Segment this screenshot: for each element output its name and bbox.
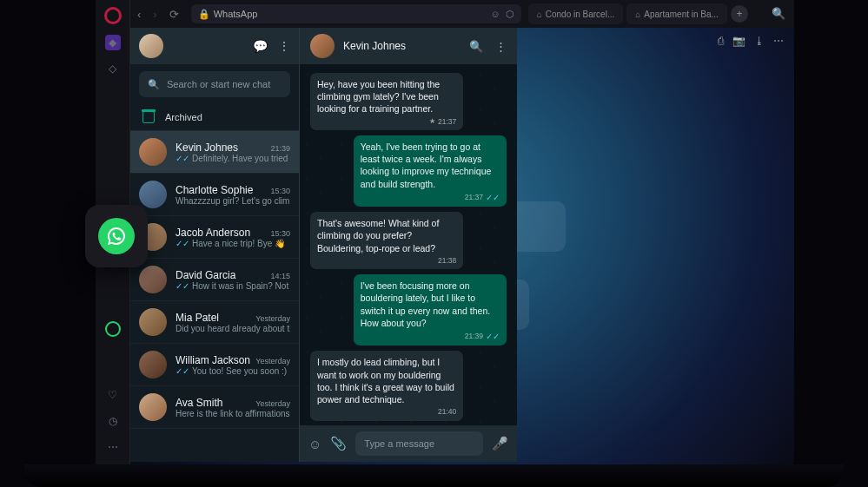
message-incoming: Hey, have you been hitting the climbing … — [310, 73, 463, 130]
more-icon[interactable]: ⋯ — [773, 35, 784, 47]
attach-icon[interactable]: 📎 — [330, 436, 347, 451]
address-title: WhatsApp — [214, 9, 258, 19]
message-text: I mostly do lead climbing, but I want to… — [317, 356, 456, 405]
chat-time: Yesterday — [255, 399, 290, 408]
chat-name: Jacob Anderson — [176, 227, 250, 239]
message-time: 21:37 — [465, 193, 483, 202]
archive-icon — [142, 111, 155, 123]
spotify-sidebar-icon[interactable] — [105, 321, 121, 337]
search-icon: 🔍 — [148, 79, 160, 90]
chat-list-item[interactable]: Mia Patel Yesterday Did you heard alread… — [130, 301, 299, 344]
browser-tab[interactable]: ⌂ Condo in Barcel... — [528, 3, 624, 24]
search-in-chat-icon[interactable]: 🔍 — [469, 40, 483, 53]
chat-time: Yesterday — [255, 357, 290, 365]
message-text: That's awesome! What kind of climbing do… — [317, 217, 456, 254]
chat-list-item[interactable]: Charlotte Sophie 15:30 Whazzzzup girl? L… — [130, 174, 299, 216]
chat-preview: Here is the link to affirmations: ... — [176, 409, 290, 418]
whatsapp-app-icon[interactable] — [85, 205, 148, 267]
chat-preview: ✓✓ Have a nice trip! Bye 👋 — [176, 239, 290, 248]
history-icon[interactable]: ◷ — [105, 413, 121, 429]
chat-preview: Did you heard already about this?... — [176, 324, 290, 333]
speed-dial-toolbar: ⎙ 📷 ⭳ ⋯ — [718, 35, 784, 47]
chat-time: 14:15 — [270, 272, 290, 280]
shield-icon[interactable]: ⬡ — [506, 9, 514, 20]
contact-avatar — [139, 393, 167, 421]
nav-back-icon[interactable]: ‹ — [137, 8, 146, 21]
archived-label: Archived — [165, 112, 202, 122]
contact-avatar[interactable] — [310, 34, 335, 58]
chat-list-item[interactable]: Kevin Johnes 21:39 ✓✓ Definitely. Have y… — [130, 131, 299, 174]
chat-contact-name: Kevin Johnes — [343, 40, 406, 52]
message-meta: 21:39 ✓✓ — [361, 331, 500, 343]
message-text: Hey, have you been hitting the climbing … — [317, 78, 456, 115]
chat-preview: ✓✓ Definitely. Have you tried any... — [176, 154, 290, 163]
read-ticks-icon: ✓✓ — [176, 239, 189, 248]
chat-list-item[interactable]: Ava Smith Yesterday Here is the link to … — [130, 386, 299, 429]
chat-list-item[interactable]: Jacob Anderson 15:30 ✓✓ Have a nice trip… — [130, 216, 299, 259]
home-tab-icon: ⌂ — [537, 10, 542, 19]
read-ticks-icon: ✓✓ — [486, 331, 500, 343]
whatsapp-search-input[interactable]: 🔍 Search or start new chat — [139, 71, 290, 97]
opera-logo-icon[interactable] — [104, 7, 122, 24]
camera-icon[interactable]: 📷 — [732, 35, 745, 47]
nav-fwd-icon[interactable]: › — [153, 8, 162, 21]
workspace-add-icon[interactable]: ◇ — [105, 61, 121, 76]
menu-dots-icon[interactable]: ⋮ — [278, 39, 290, 53]
whatsapp-sidebar-header: 💬 ⋮ — [130, 28, 299, 64]
tabs-area: ⌂ Condo in Barcel... ⌂ Apartament in Ba.… — [528, 3, 748, 24]
starred-icon: ★ — [429, 117, 435, 127]
input-placeholder: Type a message — [364, 438, 434, 449]
message-text: I've been focusing more on bouldering la… — [361, 280, 500, 329]
whatsapp-window: 💬 ⋮ 🔍 Search or start new chat Archived … — [130, 28, 517, 462]
browser-topbar: ‹ › ⟳ 🔒 WhatsApp ☺ ⬡ ⌂ Condo in Barcel..… — [130, 0, 794, 28]
chat-preview: Whazzzzup girl? Let's go climbing... — [176, 196, 290, 206]
chat-preview: ✓✓ You too! See you soon :) — [176, 366, 290, 376]
chat-time: 15:30 — [270, 229, 290, 238]
settings-ellipsis-icon[interactable]: ⋯ — [105, 439, 121, 455]
read-ticks-icon: ✓✓ — [176, 366, 189, 376]
chat-name: Kevin Johnes — [176, 141, 238, 154]
message-meta: ★ 21:37 — [317, 117, 456, 127]
message-incoming: That's awesome! What kind of climbing do… — [310, 212, 463, 269]
message-incoming: I mostly do lead climbing, but I want to… — [310, 351, 463, 420]
chat-time: 21:39 — [270, 144, 290, 153]
chat-name: David Garcia — [176, 269, 235, 281]
contact-avatar — [139, 308, 167, 336]
whatsapp-logo-icon — [98, 218, 135, 254]
contact-avatar — [139, 266, 167, 293]
contact-avatar — [139, 138, 167, 166]
browser-tab[interactable]: ⌂ Apartament in Ba... — [626, 3, 727, 24]
chat-list-item[interactable]: William Jackson Yesterday ✓✓ You too! Se… — [130, 344, 299, 386]
chat-preview: ✓✓ How it was in Spain? Not too... — [176, 281, 290, 291]
chat-list: Kevin Johnes 21:39 ✓✓ Definitely. Have y… — [130, 131, 299, 462]
mic-icon[interactable]: 🎤 — [492, 436, 508, 451]
tab-label: Apartament in Ba... — [644, 10, 719, 19]
tab-label: Condo in Barcel... — [546, 10, 615, 19]
message-time: 21:37 — [438, 117, 456, 127]
address-bar[interactable]: 🔒 WhatsApp ☺ ⬡ — [191, 4, 521, 23]
heart-icon[interactable]: ♡ — [105, 387, 121, 403]
archived-row[interactable]: Archived — [130, 104, 299, 131]
chat-time: 15:30 — [270, 187, 290, 195]
my-avatar[interactable] — [139, 34, 163, 58]
message-text: Yeah, I've been trying to go at least tw… — [361, 141, 500, 190]
message-time: 21:38 — [438, 256, 456, 266]
emoji-icon[interactable]: ☺ — [308, 437, 321, 451]
global-search-icon[interactable]: 🔍 — [772, 7, 785, 20]
smiley-icon[interactable]: ☺ — [490, 9, 500, 20]
download-icon[interactable]: ⭳ — [754, 35, 765, 47]
chat-list-item[interactable]: David Garcia 14:15 ✓✓ How it was in Spai… — [130, 259, 299, 301]
snapshot-icon[interactable]: ⎙ — [718, 35, 724, 47]
message-input[interactable]: Type a message — [355, 431, 483, 456]
chat-header: Kevin Johnes 🔍 ⋮ — [300, 28, 517, 64]
new-tab-button[interactable]: + — [731, 5, 748, 23]
messages-area: Hey, have you been hitting the climbing … — [300, 64, 517, 425]
workspace-icon[interactable]: ◆ — [105, 35, 121, 50]
contact-avatar — [139, 351, 167, 378]
reload-icon[interactable]: ⟳ — [169, 8, 184, 21]
message-meta: 21:37 ✓✓ — [361, 192, 500, 204]
message-time: 21:40 — [438, 407, 456, 417]
chat-time: Yesterday — [255, 314, 290, 323]
chat-menu-icon[interactable]: ⋮ — [495, 40, 507, 53]
new-chat-icon[interactable]: 💬 — [253, 39, 268, 53]
